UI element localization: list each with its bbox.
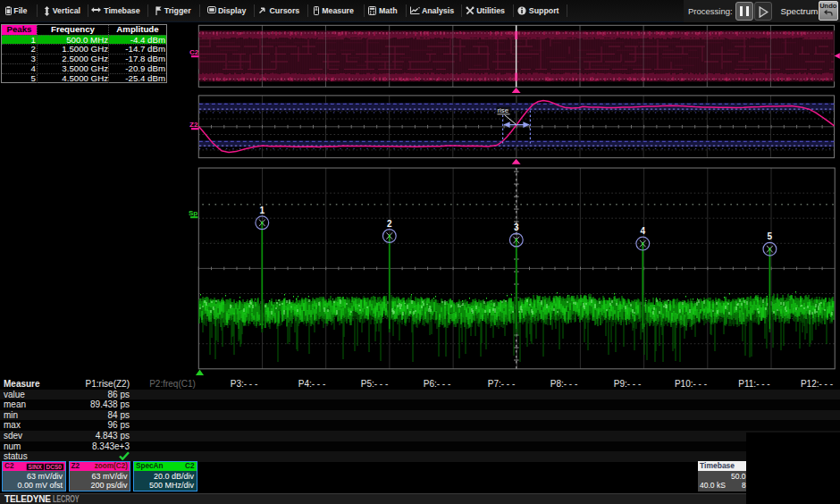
- svg-text:5: 5: [768, 231, 773, 241]
- svg-text:Z2: Z2: [189, 121, 198, 129]
- svg-text:2: 2: [387, 219, 392, 229]
- svg-text:Sp: Sp: [189, 209, 197, 217]
- svg-text:rise: rise: [498, 106, 509, 114]
- svg-text:C2: C2: [189, 48, 199, 56]
- svg-text:1: 1: [260, 206, 265, 215]
- svg-text:3: 3: [514, 223, 519, 232]
- svg-text:4: 4: [641, 226, 646, 236]
